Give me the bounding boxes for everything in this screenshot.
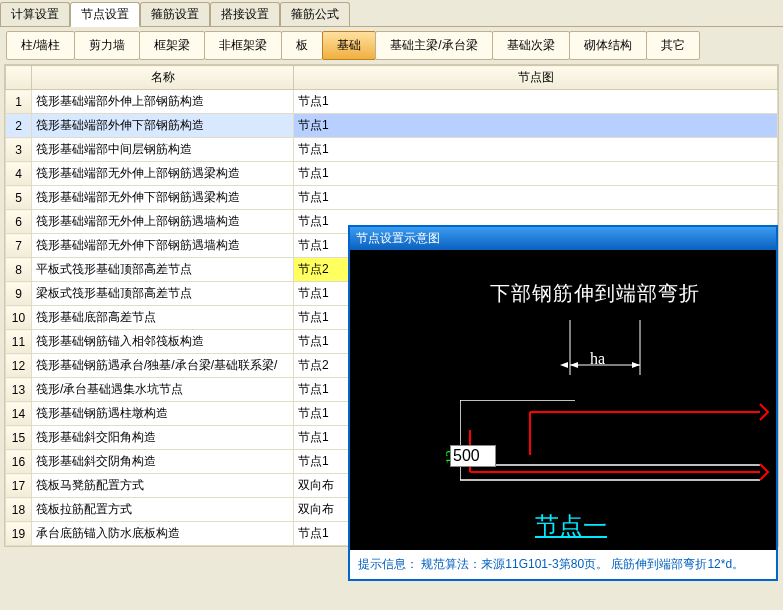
- top-tab-bar: 计算设置节点设置箍筋设置搭接设置箍筋公式: [0, 0, 783, 27]
- sub-tab-7[interactable]: 基础次梁: [492, 31, 570, 60]
- row-name: 筏形基础端部无外伸上部钢筋遇墙构造: [32, 210, 294, 234]
- row-name: 承台底筋锚入防水底板构造: [32, 522, 294, 546]
- row-num: 4: [6, 162, 32, 186]
- sub-tab-2[interactable]: 框架梁: [139, 31, 205, 60]
- row-num: 14: [6, 402, 32, 426]
- sub-tab-0[interactable]: 柱/墙柱: [6, 31, 75, 60]
- table-row[interactable]: 1筏形基础端部外伸上部钢筋构造节点1: [6, 90, 778, 114]
- col-header-name: 名称: [32, 66, 294, 90]
- row-name: 平板式筏形基础顶部高差节点: [32, 258, 294, 282]
- row-name: 筏板拉筋配置方式: [32, 498, 294, 522]
- diagram-top-text: 下部钢筋伸到端部弯折: [490, 280, 700, 307]
- row-node[interactable]: 节点1: [294, 138, 778, 162]
- row-num: 12: [6, 354, 32, 378]
- sub-tab-9[interactable]: 其它: [646, 31, 700, 60]
- diagram-caption[interactable]: 节点一: [535, 510, 607, 542]
- sub-tab-6[interactable]: 基础主梁/承台梁: [375, 31, 492, 60]
- top-tab-2[interactable]: 箍筋设置: [140, 2, 210, 26]
- row-name: 筏形基础端部无外伸上部钢筋遇梁构造: [32, 162, 294, 186]
- row-node[interactable]: 节点1: [294, 114, 778, 138]
- row-name: 筏形基础斜交阴角构造: [32, 450, 294, 474]
- row-node[interactable]: 节点1: [294, 162, 778, 186]
- row-name: 筏形基础端部外伸上部钢筋构造: [32, 90, 294, 114]
- col-header-node: 节点图: [294, 66, 778, 90]
- table-row[interactable]: 3筏形基础端部中间层钢筋构造节点1: [6, 138, 778, 162]
- row-num: 19: [6, 522, 32, 546]
- table-row[interactable]: 4筏形基础端部无外伸上部钢筋遇梁构造节点1: [6, 162, 778, 186]
- row-num: 17: [6, 474, 32, 498]
- sub-tab-1[interactable]: 剪力墙: [74, 31, 140, 60]
- node-diagram-panel: 节点设置示意图 下部钢筋伸到端部弯折 ha: [348, 225, 778, 581]
- sub-tab-8[interactable]: 砌体结构: [569, 31, 647, 60]
- col-header-num: [6, 66, 32, 90]
- row-num: 8: [6, 258, 32, 282]
- row-name: 筏形基础端部中间层钢筋构造: [32, 138, 294, 162]
- row-name: 梁板式筏形基础顶部高差节点: [32, 282, 294, 306]
- top-tab-1[interactable]: 节点设置: [70, 2, 140, 27]
- top-tab-4[interactable]: 箍筋公式: [280, 2, 350, 26]
- sub-tab-3[interactable]: 非框架梁: [204, 31, 282, 60]
- diagram-canvas: 下部钢筋伸到端部弯折 ha: [350, 250, 776, 550]
- row-num: 10: [6, 306, 32, 330]
- row-name: 筏板马凳筋配置方式: [32, 474, 294, 498]
- row-name: 筏形基础斜交阳角构造: [32, 426, 294, 450]
- diagram-hint: 提示信息： 规范算法：来源11G101-3第80页。 底筋伸到端部弯折12*d。: [350, 550, 776, 579]
- row-num: 6: [6, 210, 32, 234]
- row-node[interactable]: 节点1: [294, 90, 778, 114]
- row-num: 9: [6, 282, 32, 306]
- row-name: 筏形基础底部高差节点: [32, 306, 294, 330]
- table-row[interactable]: 5筏形基础端部无外伸下部钢筋遇梁构造节点1: [6, 186, 778, 210]
- row-num: 7: [6, 234, 32, 258]
- row-num: 18: [6, 498, 32, 522]
- row-num: 2: [6, 114, 32, 138]
- row-num: 3: [6, 138, 32, 162]
- table-row[interactable]: 2筏形基础端部外伸下部钢筋构造节点1: [6, 114, 778, 138]
- sub-tab-bar: 柱/墙柱剪力墙框架梁非框架梁板基础基础主梁/承台梁基础次梁砌体结构其它: [0, 27, 783, 64]
- sub-tab-4[interactable]: 板: [281, 31, 323, 60]
- top-tab-0[interactable]: 计算设置: [0, 2, 70, 26]
- top-tab-3[interactable]: 搭接设置: [210, 2, 280, 26]
- row-name: 筏形基础端部无外伸下部钢筋遇墙构造: [32, 234, 294, 258]
- row-num: 13: [6, 378, 32, 402]
- sub-tab-5[interactable]: 基础: [322, 31, 376, 60]
- diagram-value-input[interactable]: [450, 445, 496, 467]
- row-num: 15: [6, 426, 32, 450]
- row-name: 筏形基础端部无外伸下部钢筋遇梁构造: [32, 186, 294, 210]
- row-name: 筏形基础钢筋锚入相邻筏板构造: [32, 330, 294, 354]
- row-num: 16: [6, 450, 32, 474]
- row-name: 筏形基础端部外伸下部钢筋构造: [32, 114, 294, 138]
- row-num: 11: [6, 330, 32, 354]
- row-node[interactable]: 节点1: [294, 186, 778, 210]
- row-name: 筏形/承台基础遇集水坑节点: [32, 378, 294, 402]
- diagram-title: 节点设置示意图: [350, 227, 776, 250]
- row-name: 筏形基础钢筋遇柱墩构造: [32, 402, 294, 426]
- row-name: 筏形基础钢筋遇承台/独基/承台梁/基础联系梁/: [32, 354, 294, 378]
- row-num: 5: [6, 186, 32, 210]
- row-num: 1: [6, 90, 32, 114]
